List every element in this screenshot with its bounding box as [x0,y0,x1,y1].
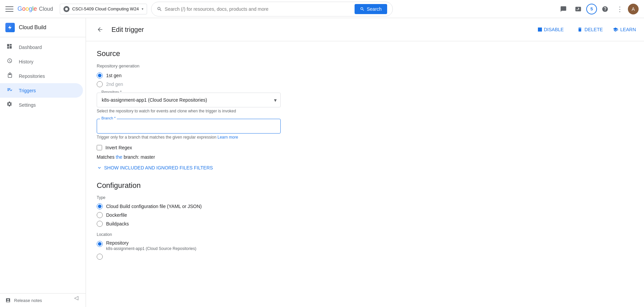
svg-point-0 [65,8,68,10]
sidebar-header: Cloud Build [0,18,86,37]
search-btn-label: Search [367,6,381,12]
config-dockerfile-radio[interactable] [97,212,103,218]
back-button[interactable] [94,23,106,36]
menu-icon[interactable] [5,5,13,13]
search-btn-icon [360,7,365,11]
gen2-radio-label: 2nd gen [106,82,123,87]
repo-generation-label: Repository generation [97,63,377,68]
config-buildpacks-radio[interactable] [97,221,103,227]
search-icon [157,6,162,12]
project-icon [63,6,70,12]
location-repo-label: Repository [106,240,196,246]
repository-select[interactable]: k8s-assignment-app1 (Cloud Source Reposi… [97,93,281,107]
location-repository-item: Repository k8s-assignment-app1 (Cloud So… [97,240,377,251]
repositories-icon [5,72,13,80]
configuration-section: Configuration Type Cloud Build configura… [97,181,377,260]
location-label: Location [97,232,377,237]
more-options-icon[interactable]: ⋮ [613,2,627,16]
project-selector[interactable]: CSCI-5409 Cloud Computing W24 ▾ [60,4,147,14]
gen1-radio-item[interactable]: 1st gen [97,72,377,79]
config-yaml-radio[interactable] [97,203,103,209]
release-notes-label[interactable]: Release notes [14,298,42,303]
location-other-item [97,254,377,260]
sidebar-item-repositories[interactable]: Repositories [0,69,83,83]
edit-trigger-content: Source Repository generation 1st gen 2nd… [86,41,388,270]
chevron-down-icon [97,165,102,170]
location-repo-sub: k8s-assignment-app1 (Cloud Source Reposi… [106,246,196,251]
config-buildpacks-label: Buildpacks [106,221,129,226]
gen1-radio-input[interactable] [97,72,103,79]
location-other-radio[interactable] [97,254,103,260]
show-filters-button[interactable]: SHOW INCLUDED AND IGNORED FILES FILTERS [97,165,213,170]
repository-select-wrapper: k8s-assignment-app1 (Cloud Source Reposi… [97,93,281,107]
cloud-shell-icon[interactable] [571,2,585,16]
learn-link[interactable]: LEARN [613,27,636,32]
settings-icon [5,101,13,109]
gen2-radio-item[interactable]: 2nd gen [97,81,377,87]
match-text: Matches the branch: master [97,154,377,160]
disable-button[interactable]: DISABLE [533,24,568,35]
main-content: Edit trigger DISABLE DELETE LEARN Source [86,18,644,307]
navbar-icons: 5 ⋮ A [557,2,639,16]
project-name: CSCI-5409 Cloud Computing W24 [72,6,139,11]
branch-field-label: Branch * [100,116,117,120]
project-dropdown-arrow: ▾ [142,7,143,11]
sidebar-label-settings: Settings [19,102,36,108]
sidebar: Cloud Build Dashboard History [0,18,86,307]
config-type-dockerfile-item[interactable]: Dockerfile [97,212,377,218]
delete-icon [577,27,583,32]
sidebar-item-dashboard[interactable]: Dashboard [0,40,83,54]
repo-generation-radio-group: 1st gen 2nd gen [97,72,377,87]
header-actions: DISABLE DELETE [533,24,608,35]
config-yaml-label: Cloud Build configuration file (YAML or … [106,204,202,209]
config-section-title: Configuration [97,181,377,190]
user-avatar[interactable]: A [628,4,639,14]
sidebar-label-repositories: Repositories [19,73,45,79]
release-notes-icon [5,298,11,303]
branch-field: Branch * ^master$ Trigger only for a bra… [97,119,377,140]
sidebar-item-settings[interactable]: Settings [0,98,83,112]
google-cloud-logo[interactable]: Google Cloud [17,5,53,12]
repository-field: Repository * k8s-assignment-app1 (Cloud … [97,93,377,113]
sidebar-label-history: History [19,59,34,64]
sidebar-label-triggers: Triggers [19,88,36,93]
source-section-title: Source [97,49,377,58]
learn-more-link[interactable]: Learn more [218,135,238,140]
delete-button[interactable]: DELETE [572,24,607,35]
config-type-yaml-item[interactable]: Cloud Build configuration file (YAML or … [97,203,377,209]
config-dockerfile-label: Dockerfile [106,212,127,218]
search-bar: Search [151,2,393,16]
search-button[interactable]: Search [355,4,387,14]
learn-icon [613,27,618,32]
gen1-radio-label: 1st gen [106,73,122,78]
location-repo-radio[interactable] [97,241,103,247]
sidebar-collapse-button[interactable]: ◁ [71,292,82,303]
notifications-icon[interactable] [557,2,570,16]
invert-regex-row: Invert Regex [97,145,377,150]
gen2-radio-input[interactable] [97,81,103,87]
page-title: Edit trigger [111,26,528,34]
navbar: Google Cloud CSCI-5409 Cloud Computing W… [0,0,644,18]
sidebar-label-dashboard: Dashboard [19,45,42,50]
cloud-build-icon [5,23,15,32]
help-icon[interactable] [598,2,612,16]
history-icon [5,58,13,65]
disable-icon [538,28,542,32]
config-type-buildpacks-item[interactable]: Buildpacks [97,221,377,227]
invert-regex-label[interactable]: Invert Regex [105,145,132,150]
location-section: Location Repository k8s-assignment-app1 … [97,232,377,260]
sidebar-nav: Dashboard History Repositories [0,37,86,293]
notification-badge[interactable]: 5 [586,4,597,14]
branch-hint: Trigger only for a branch that matches t… [97,135,377,140]
sidebar-footer: Release notes ◁ [0,293,86,307]
page-header: Edit trigger DISABLE DELETE LEARN [86,18,644,41]
sidebar-item-history[interactable]: History [0,54,83,69]
branch-input[interactable]: ^master$ [97,119,281,134]
search-input[interactable] [165,6,352,12]
sidebar-item-triggers[interactable]: Triggers [0,83,83,98]
dashboard-icon [5,43,13,51]
main-layout: Cloud Build Dashboard History [0,18,644,307]
repository-hint: Select the repository to watch for event… [97,109,377,113]
invert-regex-checkbox[interactable] [97,145,102,150]
config-type-label: Type [97,195,377,200]
